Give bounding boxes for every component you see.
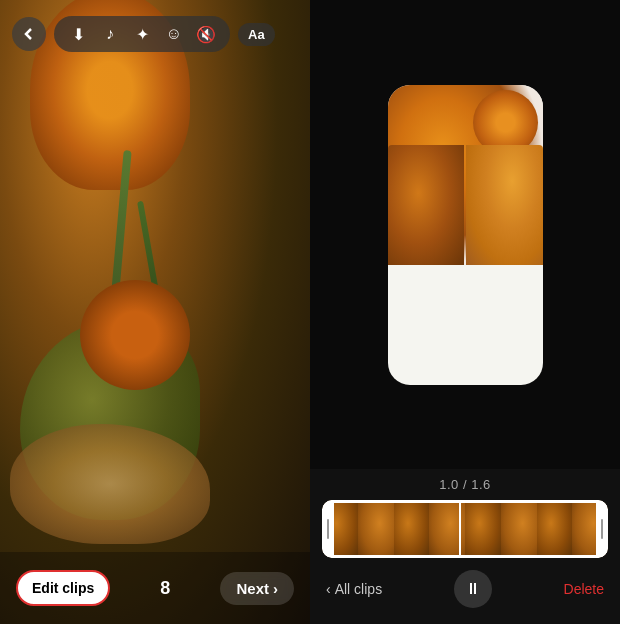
timeline-frame-2 [358, 500, 394, 558]
toolbar-icons-group: ⬇ ♪ ✦ ☺ 🔇 [54, 16, 230, 52]
next-button[interactable]: Next › [220, 572, 294, 605]
preview-img-left [388, 145, 465, 265]
all-clips-button[interactable]: ‹ All clips [326, 581, 382, 597]
next-arrow-icon: › [273, 580, 278, 597]
play-pause-button[interactable]: ⏸ [454, 570, 492, 608]
timeline-frames [322, 500, 608, 558]
timeline-frame-6 [501, 500, 537, 558]
bottom-controls: ‹ All clips ⏸ Delete [310, 558, 620, 624]
preview-main-image [388, 85, 543, 265]
preview-img-right [466, 145, 543, 265]
sticker-icon[interactable]: ☺ [160, 20, 188, 48]
music-icon[interactable]: ♪ [96, 20, 124, 48]
pause-icon: ⏸ [465, 580, 481, 598]
delete-label: Delete [564, 581, 604, 597]
preview-overlay [388, 145, 543, 265]
background-image [0, 0, 310, 624]
left-bottom-bar: Edit clips 8 Next › [0, 552, 310, 624]
back-button[interactable] [12, 17, 46, 51]
flower-small-decoration [80, 280, 190, 390]
edit-clips-label: Edit clips [32, 580, 94, 596]
effects-icon[interactable]: ✦ [128, 20, 156, 48]
back-icon [22, 27, 36, 41]
timeline-counter: 1.0 / 1.6 [310, 477, 620, 492]
timeline-frame-7 [537, 500, 573, 558]
timeline-playhead [459, 500, 461, 558]
phone-preview-frame [388, 85, 543, 385]
timeline-section: 1.0 / 1.6 [310, 469, 620, 558]
edit-clips-button[interactable]: Edit clips [16, 570, 110, 606]
delete-button[interactable]: Delete [564, 581, 604, 597]
all-clips-label: All clips [335, 581, 382, 597]
right-panel: 1.0 / 1.6 ‹ All clips ⏸ [310, 0, 620, 624]
timeline-handle-right[interactable] [596, 500, 608, 558]
timeline-frame-5 [465, 500, 501, 558]
clip-count: 8 [160, 578, 170, 599]
video-preview [310, 0, 620, 469]
timeline-handle-left[interactable] [322, 500, 334, 558]
left-toolbar: ⬇ ♪ ✦ ☺ 🔇 Aa [0, 16, 310, 52]
next-label: Next [236, 580, 269, 597]
text-tool-button[interactable]: Aa [238, 23, 275, 46]
timeline-frame-3 [394, 500, 430, 558]
left-panel: ⬇ ♪ ✦ ☺ 🔇 Aa Edit clips 8 Next › [0, 0, 310, 624]
all-clips-arrow-icon: ‹ [326, 581, 331, 597]
download-icon[interactable]: ⬇ [64, 20, 92, 48]
mute-icon[interactable]: 🔇 [192, 20, 220, 48]
timeline-strip[interactable] [322, 500, 608, 558]
